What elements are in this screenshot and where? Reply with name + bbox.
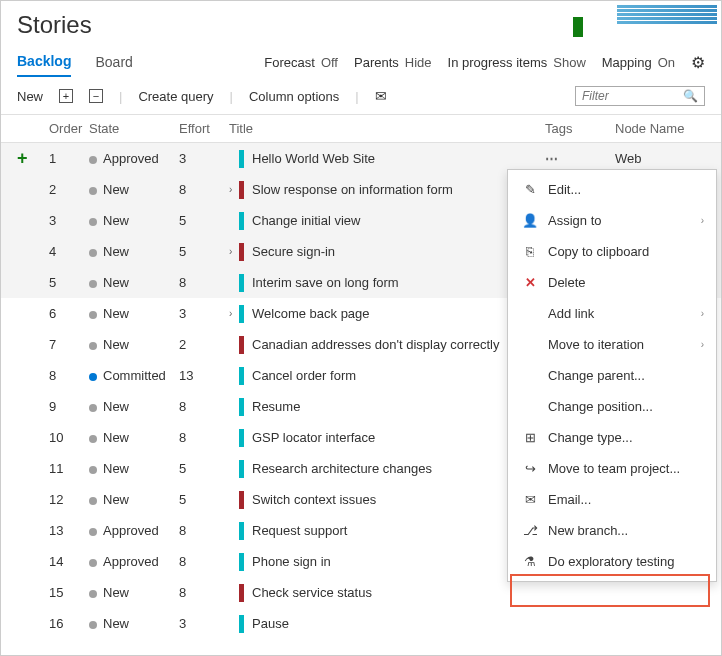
state-cell: New xyxy=(89,306,179,321)
tab-backlog[interactable]: Backlog xyxy=(17,47,71,77)
menu-copy[interactable]: ⎘Copy to clipboard xyxy=(508,236,716,267)
order-cell: 9 xyxy=(49,399,89,414)
add-child-icon[interactable]: + xyxy=(17,148,49,169)
type-bar-icon xyxy=(239,584,244,602)
order-cell: 7 xyxy=(49,337,89,352)
chevron-icon[interactable]: › xyxy=(229,184,239,195)
order-cell: 14 xyxy=(49,554,89,569)
title-cell[interactable]: Resume xyxy=(229,398,545,416)
filter-input[interactable] xyxy=(582,89,683,103)
title-text: Hello World Web Site xyxy=(252,151,375,166)
add-icon[interactable]: + xyxy=(59,89,73,103)
title-cell[interactable]: ›Slow response on information form xyxy=(229,181,545,199)
title-text: GSP locator interface xyxy=(252,430,375,445)
title-text: Resume xyxy=(252,399,300,414)
menu-change-parent[interactable]: Change parent... xyxy=(508,360,716,391)
state-dot-icon xyxy=(89,218,97,226)
mail-icon[interactable]: ✉ xyxy=(375,88,387,104)
branch-icon: ⎇ xyxy=(520,523,540,538)
col-effort[interactable]: Effort xyxy=(179,121,229,136)
effort-cell: 3 xyxy=(179,616,229,631)
mapping-label: Mapping xyxy=(602,55,652,70)
order-cell: 4 xyxy=(49,244,89,259)
title-text: Pause xyxy=(252,616,289,631)
title-cell[interactable]: Pause xyxy=(229,615,545,633)
menu-edit[interactable]: ✎Edit... xyxy=(508,174,716,205)
menu-email[interactable]: ✉Email... xyxy=(508,484,716,515)
title-text: Canadian addresses don't display correct… xyxy=(252,337,499,352)
flask-icon: ⚗ xyxy=(520,554,540,569)
chevron-right-icon: › xyxy=(701,215,704,226)
menu-assign[interactable]: 👤Assign to› xyxy=(508,205,716,236)
type-bar-icon xyxy=(239,181,244,199)
progress-label: In progress items xyxy=(448,55,548,70)
title-text: Secure sign-in xyxy=(252,244,335,259)
menu-new-branch[interactable]: ⎇New branch... xyxy=(508,515,716,546)
title-cell[interactable]: ›Secure sign-in xyxy=(229,243,545,261)
chevron-icon[interactable]: › xyxy=(229,246,239,257)
gear-icon[interactable]: ⚙ xyxy=(691,53,705,72)
title-cell[interactable]: Check service status xyxy=(229,584,545,602)
title-cell[interactable]: GSP locator interface xyxy=(229,429,545,447)
parents-label: Parents xyxy=(354,55,399,70)
type-bar-icon xyxy=(239,460,244,478)
chevron-icon[interactable]: › xyxy=(229,308,239,319)
title-cell[interactable]: Change initial view xyxy=(229,212,545,230)
effort-cell: 2 xyxy=(179,337,229,352)
state-cell: New xyxy=(89,399,179,414)
remove-icon[interactable]: − xyxy=(89,89,103,103)
menu-move-project[interactable]: ↪Move to team project... xyxy=(508,453,716,484)
row-actions-icon[interactable]: ⋯ xyxy=(545,151,559,166)
table-row[interactable]: 16New3Pause xyxy=(1,608,721,639)
col-tags[interactable]: Tags xyxy=(545,121,615,136)
state-dot-icon xyxy=(89,342,97,350)
menu-change-type[interactable]: ⊞Change type... xyxy=(508,422,716,453)
col-node[interactable]: Node Name xyxy=(615,121,705,136)
order-cell: 15 xyxy=(49,585,89,600)
title-cell[interactable]: Canadian addresses don't display correct… xyxy=(229,336,545,354)
effort-cell: 5 xyxy=(179,244,229,259)
search-icon[interactable]: 🔍 xyxy=(683,89,698,103)
effort-cell: 8 xyxy=(179,182,229,197)
new-button[interactable]: New xyxy=(17,89,43,104)
menu-change-position[interactable]: Change position... xyxy=(508,391,716,422)
progress-toggle[interactable]: Show xyxy=(553,55,586,70)
type-bar-icon xyxy=(239,398,244,416)
title-cell[interactable]: Switch context issues xyxy=(229,491,545,509)
title-cell[interactable]: Phone sign in xyxy=(229,553,545,571)
type-bar-icon xyxy=(239,615,244,633)
col-order[interactable]: Order xyxy=(49,121,89,136)
title-cell[interactable]: Research architecture changes xyxy=(229,460,545,478)
forecast-toggle[interactable]: Off xyxy=(321,55,338,70)
state-cell: New xyxy=(89,430,179,445)
column-options-button[interactable]: Column options xyxy=(249,89,339,104)
person-icon: 👤 xyxy=(520,213,540,228)
type-icon: ⊞ xyxy=(520,430,540,445)
state-dot-icon xyxy=(89,404,97,412)
forecast-label: Forecast xyxy=(264,55,315,70)
mapping-toggle[interactable]: On xyxy=(658,55,675,70)
title-cell[interactable]: Cancel order form xyxy=(229,367,545,385)
parents-toggle[interactable]: Hide xyxy=(405,55,432,70)
menu-add-link[interactable]: Add link› xyxy=(508,298,716,329)
title-cell[interactable]: ›Welcome back page xyxy=(229,305,545,323)
type-bar-icon xyxy=(239,150,244,168)
menu-move-iteration[interactable]: Move to iteration› xyxy=(508,329,716,360)
create-query-button[interactable]: Create query xyxy=(138,89,213,104)
title-cell[interactable]: Interim save on long form xyxy=(229,274,545,292)
type-bar-icon xyxy=(239,522,244,540)
col-state[interactable]: State xyxy=(89,121,179,136)
state-cell: New xyxy=(89,275,179,290)
tab-board[interactable]: Board xyxy=(95,48,132,76)
menu-exploratory[interactable]: ⚗Do exploratory testing xyxy=(508,546,716,577)
title-cell[interactable]: Hello World Web Site xyxy=(229,150,545,168)
order-cell: 3 xyxy=(49,213,89,228)
filter-box[interactable]: 🔍 xyxy=(575,86,705,106)
menu-delete[interactable]: ✕Delete xyxy=(508,267,716,298)
title-text: Welcome back page xyxy=(252,306,370,321)
state-cell: New xyxy=(89,337,179,352)
title-cell[interactable]: Request support xyxy=(229,522,545,540)
separator: | xyxy=(230,89,233,104)
col-title[interactable]: Title xyxy=(229,121,545,136)
state-dot-icon xyxy=(89,249,97,257)
